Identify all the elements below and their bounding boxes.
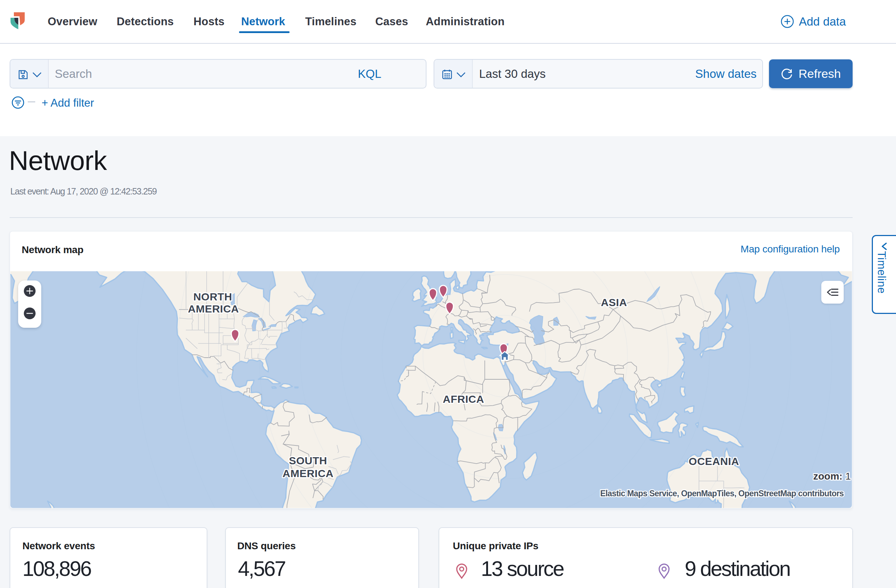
svg-text:ASIA: ASIA [601, 296, 627, 308]
svg-text:SOUTH: SOUTH [289, 455, 327, 466]
svg-text:AFRICA: AFRICA [443, 393, 484, 405]
svg-text:AMERICA: AMERICA [282, 468, 334, 479]
svg-text:OCEANIA: OCEANIA [689, 456, 739, 467]
svg-text:AMERICA: AMERICA [188, 303, 239, 315]
svg-text:Elastic Maps Service, OpenMapT: Elastic Maps Service, OpenMapTiles, Open… [600, 489, 844, 498]
svg-text:zoom: 1: zoom: 1 [813, 471, 851, 482]
svg-text:NORTH: NORTH [193, 291, 232, 302]
